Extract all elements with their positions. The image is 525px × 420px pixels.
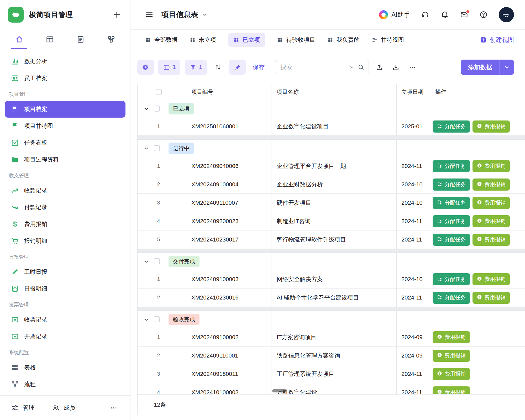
column-header-operations[interactable]: 操作 (430, 84, 525, 100)
sidebar-item[interactable]: 报销明细 (5, 233, 125, 249)
table-row[interactable]: 3XM202409110007硬件开发项目2024-10分配任务$费用报销 (138, 194, 525, 212)
sidebar-item[interactable]: 费用报销 (5, 216, 125, 233)
expense-claim-button[interactable]: $费用报销 (472, 178, 510, 191)
group-collapse-chevron[interactable] (143, 258, 150, 265)
sidebar-item[interactable]: 流程 (5, 376, 125, 393)
pin-button[interactable] (229, 60, 246, 75)
start-date-cell[interactable]: 2024-09 (397, 328, 430, 346)
view-tab[interactable]: 未立项 (190, 36, 216, 44)
expense-claim-button[interactable]: $费用报销 (433, 350, 470, 362)
group-collapse-chevron[interactable] (143, 316, 150, 323)
horizontal-scrollbar-thumb[interactable] (272, 389, 287, 392)
group-collapse-chevron[interactable] (143, 106, 150, 112)
project-id-cell[interactable]: XM202409100004 (186, 175, 271, 193)
table-row[interactable]: 2XM202409100004企业业财数据分析2024-10分配任务$费用报销 (138, 175, 525, 194)
project-id-cell[interactable]: XM202409110007 (186, 194, 271, 212)
more-actions-button[interactable] (406, 61, 418, 73)
start-date-cell[interactable]: 2024-11 (397, 212, 430, 230)
start-date-cell[interactable]: 2024-09 (397, 346, 430, 365)
project-name-cell[interactable]: 企业管理平台开发项目一期 (271, 157, 397, 175)
search-icon[interactable] (358, 64, 364, 71)
table-row[interactable]: 1XM202501060001企业数字化建设项目2025-01分配任务$费用报销 (138, 117, 525, 136)
sidebar-item[interactable]: 项目档案 (5, 101, 125, 118)
project-name-cell[interactable]: IT方案咨询项目 (271, 328, 397, 346)
sort-button[interactable] (212, 60, 225, 75)
start-date-cell[interactable]: 2024-10 (397, 175, 430, 193)
project-name-cell[interactable]: 制造业IT咨询 (271, 212, 397, 230)
sidebar-item[interactable]: 表格 (5, 359, 125, 376)
sidebar-item[interactable]: 付款记录 (5, 199, 125, 216)
sidebar-tab-documents[interactable] (65, 29, 96, 49)
add-data-button[interactable]: 添加数据 (461, 60, 514, 75)
table-row[interactable]: 1XM202409100002IT方案咨询项目2024-09$费用报销 (138, 328, 525, 346)
collapse-sidebar-button[interactable] (145, 10, 154, 19)
expense-claim-button[interactable]: $费用报销 (433, 331, 470, 343)
project-id-cell[interactable]: XM202409040006 (186, 157, 271, 175)
sidebar-tab-home[interactable] (4, 29, 34, 49)
view-tab[interactable]: 甘特视图 (372, 36, 404, 44)
search-scope-chevron-icon[interactable] (349, 65, 354, 70)
sidebar-item[interactable]: 收款记录 (5, 182, 125, 199)
project-id-cell[interactable]: XM202409180011 (186, 365, 271, 383)
assign-task-button[interactable]: 分配任务 (433, 234, 470, 246)
notifications-button[interactable] (440, 10, 449, 19)
table-row[interactable]: 2XM202410230016AI 辅助个性化学习平台建设项目2024-11分配… (138, 288, 525, 307)
assign-task-button[interactable]: 分配任务 (433, 178, 470, 191)
table-row[interactable]: 2XM202409110001铁路信息化管理方案咨询2024-09$费用报销 (138, 346, 525, 365)
start-date-cell[interactable]: 2024-10 (397, 270, 430, 288)
export-button[interactable] (390, 61, 402, 73)
table-row[interactable]: 3XM202409180011工厂管理系统开发项目2024-11$费用报销 (138, 365, 525, 383)
project-id-cell[interactable]: XM202410230016 (186, 288, 271, 307)
group-checkbox[interactable] (154, 258, 160, 264)
group-checkbox[interactable] (154, 316, 160, 322)
project-id-cell[interactable]: XM202501060001 (186, 117, 271, 135)
sidebar-item[interactable]: 工时日报 (5, 264, 125, 280)
add-data-dropdown-chevron[interactable] (500, 60, 514, 75)
sidebar-item[interactable]: 收票记录 (5, 311, 125, 328)
assign-task-button[interactable]: 分配任务 (433, 197, 470, 209)
sidebar-item[interactable]: 开票记录 (5, 328, 125, 345)
table-row[interactable]: 1XM202409100003网络安全解决方案2024-10分配任务$费用报销 (138, 270, 525, 288)
hidden-fields-button[interactable]: 1 (158, 60, 180, 75)
expense-claim-button[interactable]: $费用报销 (472, 120, 510, 133)
group-checkbox[interactable] (154, 106, 160, 112)
select-all-checkbox[interactable] (156, 89, 162, 95)
start-date-cell[interactable]: 2024-10 (397, 194, 430, 212)
start-date-cell[interactable]: 2024-11 (397, 288, 430, 307)
group-checkbox[interactable] (154, 145, 160, 151)
table-row[interactable]: 4XM202409200023制造业IT咨询2024-11分配任务$费用报销 (138, 212, 525, 230)
save-button[interactable]: 保存 (253, 63, 265, 71)
project-name-cell[interactable]: 硬件开发项目 (271, 194, 397, 212)
view-tab[interactable]: 全部数据 (145, 36, 177, 44)
search-input[interactable]: 搜索 (275, 60, 369, 74)
import-button[interactable] (373, 61, 385, 73)
add-app-button[interactable] (112, 10, 121, 19)
sidebar-tab-tables[interactable] (34, 29, 65, 49)
assign-task-button[interactable]: 分配任务 (433, 215, 470, 227)
column-header-project-id[interactable]: 项目编号 (186, 84, 271, 100)
table-row[interactable]: 5XM202410230017智行物流管理软件升级项目2024-11分配任务$费… (138, 230, 525, 249)
project-id-cell[interactable]: XM202410230017 (186, 230, 271, 249)
view-tab[interactable]: 已立项 (228, 33, 265, 47)
inbox-button[interactable] (460, 10, 468, 19)
view-tab[interactable]: 我负责的 (327, 36, 360, 44)
support-button[interactable] (421, 10, 429, 19)
assign-task-button[interactable]: 分配任务 (433, 120, 470, 133)
project-id-cell[interactable]: XM202409110001 (186, 346, 271, 365)
start-date-cell[interactable]: 2025-01 (397, 117, 430, 135)
expense-claim-button[interactable]: $费用报销 (472, 197, 510, 209)
assign-task-button[interactable]: 分配任务 (433, 292, 470, 304)
project-name-cell[interactable]: 铁路信息化管理方案咨询 (271, 346, 397, 365)
sidebar-tab-flows[interactable] (96, 29, 127, 49)
assign-task-button[interactable]: 分配任务 (433, 160, 470, 172)
project-name-cell[interactable]: AI 辅助个性化学习平台建设项目 (271, 288, 397, 307)
project-name-cell[interactable]: 网络安全解决方案 (271, 270, 397, 288)
create-view-button[interactable]: 创建视图 (480, 36, 514, 44)
column-header-start-date[interactable]: 立项日期 (397, 84, 430, 100)
sidebar-item[interactable]: 日报明细 (5, 280, 125, 297)
project-id-cell[interactable]: XM202409100003 (186, 270, 271, 288)
filter-button[interactable]: 1 (185, 60, 207, 75)
project-name-cell[interactable]: 智行物流管理软件升级项目 (271, 230, 397, 249)
project-id-cell[interactable]: XM202409200023 (186, 212, 271, 230)
sidebar-item[interactable]: 项目甘特图 (5, 118, 125, 134)
